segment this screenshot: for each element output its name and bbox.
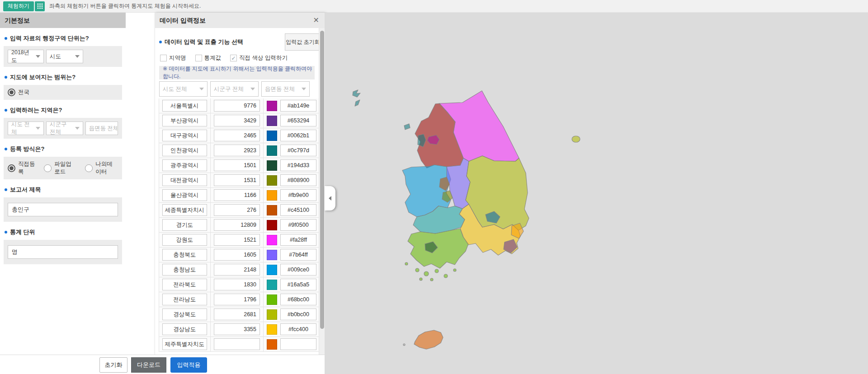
region-name-input[interactable] [162, 309, 207, 320]
region-value-input[interactable] [214, 130, 260, 141]
region-jeonnam-island[interactable] [405, 262, 408, 265]
region-value-input[interactable] [214, 174, 260, 186]
color-hex-input[interactable] [280, 338, 316, 350]
color-hex-input[interactable] [280, 234, 316, 246]
region-jeonnam-island[interactable] [444, 274, 448, 278]
apply-button[interactable]: 입력적용 [170, 357, 207, 373]
color-hex-input[interactable] [280, 309, 316, 320]
checkbox-icon[interactable]: ✓ [195, 55, 202, 61]
radio-icon[interactable] [8, 164, 15, 172]
region-name-input[interactable] [162, 219, 207, 231]
color-swatch[interactable] [267, 160, 277, 171]
scrollbar-thumb[interactable] [320, 31, 324, 329]
region-name-input[interactable] [162, 294, 207, 305]
region-incheon-island[interactable] [355, 100, 360, 106]
region-name-input[interactable] [162, 323, 207, 335]
region-name-input[interactable] [162, 189, 207, 201]
color-swatch[interactable] [267, 250, 277, 260]
color-swatch[interactable] [267, 145, 277, 156]
admin-level-select[interactable]: 시도 [46, 50, 83, 63]
region-name-input[interactable] [162, 100, 207, 112]
region-value-input[interactable] [214, 234, 260, 246]
region-value-input[interactable] [214, 159, 260, 171]
color-hex-input[interactable] [280, 323, 316, 335]
region-name-input[interactable] [162, 145, 207, 156]
region-value-input[interactable] [214, 249, 260, 261]
filter-dong-select[interactable]: 읍면동 전체 [261, 81, 310, 97]
nationwide-radio-item[interactable]: 전국 [8, 89, 29, 96]
region-name-input[interactable] [162, 249, 207, 261]
region-name-input[interactable] [162, 279, 207, 290]
region-value-input[interactable] [214, 264, 260, 276]
reset-button[interactable]: 초기화 [99, 357, 127, 373]
color-swatch[interactable] [267, 280, 277, 290]
nationwide-radio[interactable] [8, 89, 15, 96]
region-name-input[interactable] [162, 159, 207, 171]
region-incheon-island[interactable] [404, 124, 410, 130]
color-hex-input[interactable] [280, 264, 316, 276]
region-jeonnam[interactable] [408, 229, 468, 268]
region-jeonnam-island[interactable] [415, 268, 419, 272]
region-value-input[interactable] [214, 204, 260, 216]
region-value-input[interactable] [214, 279, 260, 290]
display-option-checkbox[interactable]: ✓ 직접 색상 입력하기 [230, 54, 288, 62]
report-title-input[interactable] [8, 203, 118, 216]
checkbox-icon[interactable]: ✓ [230, 55, 237, 61]
color-swatch[interactable] [267, 175, 277, 186]
region-name-input[interactable] [162, 338, 207, 350]
color-hex-input[interactable] [280, 189, 316, 201]
region-value-input[interactable] [214, 294, 260, 305]
region-name-input[interactable] [162, 174, 207, 186]
region-jeonnam-island[interactable] [420, 278, 422, 280]
color-swatch[interactable] [267, 235, 277, 245]
region-jeonnam-island[interactable] [435, 269, 439, 273]
download-button[interactable]: 다운로드 [131, 357, 166, 373]
reg-method-radio-item[interactable]: 나의데이터 [85, 160, 118, 176]
color-swatch[interactable] [267, 295, 277, 305]
region-value-input[interactable] [214, 189, 260, 201]
color-swatch[interactable] [267, 101, 277, 111]
sigungu-select[interactable]: 시군구 전체 [46, 122, 83, 135]
color-swatch[interactable] [267, 190, 277, 201]
color-swatch[interactable] [267, 265, 277, 275]
region-incheon-island[interactable] [353, 90, 360, 97]
panel-scrollbar[interactable] [319, 28, 325, 355]
display-option-checkbox[interactable]: ✓ 통계값 [195, 54, 222, 62]
color-swatch[interactable] [267, 324, 277, 335]
color-hex-input[interactable] [280, 100, 316, 112]
color-swatch[interactable] [267, 220, 277, 230]
region-name-input[interactable] [162, 130, 207, 141]
color-hex-input[interactable] [280, 204, 316, 216]
color-hex-input[interactable] [280, 145, 316, 156]
region-name-input[interactable] [162, 115, 207, 126]
color-swatch[interactable] [267, 309, 277, 320]
region-name-input[interactable] [162, 234, 207, 246]
region-value-input[interactable] [214, 115, 260, 126]
color-swatch[interactable] [267, 116, 277, 126]
region-value-input[interactable] [214, 145, 260, 156]
stat-unit-input[interactable] [8, 245, 118, 259]
color-hex-input[interactable] [280, 115, 316, 126]
color-hex-input[interactable] [280, 174, 316, 186]
year-select[interactable]: 2018년도 [8, 50, 44, 63]
region-name-input[interactable] [162, 204, 207, 216]
region-jeonnam-island[interactable] [424, 271, 429, 276]
region-value-input[interactable] [214, 323, 260, 335]
color-swatch[interactable] [267, 205, 277, 215]
color-swatch[interactable] [267, 339, 277, 350]
dong-select[interactable]: 읍면동 전체 [85, 122, 118, 135]
reset-values-button[interactable]: 입력값 초기화 [285, 33, 321, 51]
try-button[interactable]: 체험하기 [3, 1, 34, 11]
sido-select[interactable]: 시도 전체 [8, 122, 44, 135]
map-canvas[interactable] [325, 13, 868, 374]
region-jeonnam-island[interactable] [453, 269, 456, 271]
grid-menu-button[interactable] [35, 1, 45, 11]
panel-collapse-handle[interactable] [325, 186, 335, 210]
reg-method-radio-item[interactable]: 직접등록 [8, 160, 36, 176]
display-option-checkbox[interactable]: ✓ 지역명 [160, 54, 186, 62]
checkbox-icon[interactable]: ✓ [160, 55, 167, 61]
radio-icon[interactable] [85, 164, 93, 172]
region-jeju[interactable] [414, 330, 443, 349]
filter-sido-select[interactable]: 시도 전체 [159, 81, 208, 97]
color-swatch[interactable] [267, 131, 277, 141]
